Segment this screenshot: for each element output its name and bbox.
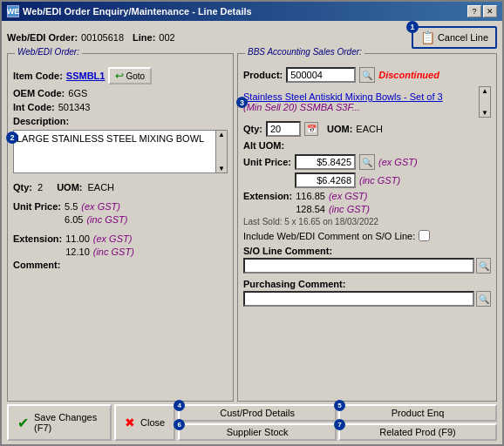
alt-uom-label: Alt UOM: [243,140,284,151]
extension-inc-row-l: Extension: 12.10 (inc GST) [13,247,228,257]
help-button[interactable]: ? [467,5,481,17]
ext-label-l: Extension: [13,233,62,244]
product-enq-button[interactable]: 5 Product Enq [338,404,497,422]
close-button[interactable]: ✕ [483,5,497,17]
badge-4: 4 [174,400,185,411]
order-field: Web/EDI Order: 00105618 [7,32,124,43]
goto-button[interactable]: ↩ Goto [108,67,152,84]
oem-value: 6GS [68,88,87,98]
ext-label-r: Extension: [243,191,292,201]
inc-gst-r: (inc GST) [359,175,400,186]
int-code-row: Int Code: 501343 [13,102,228,112]
purchasing-comment-row: 🔍 [243,291,491,307]
right-scrollbar[interactable]: ▲ ▼ [479,86,491,118]
unit-price-inc-row-l: Unit Price: 6.05 (inc GST) [13,214,228,225]
calc-button[interactable]: 📅 [304,122,318,136]
discontinued-badge: Discontinued [378,70,439,80]
last-sold-row: Last Sold: 5 x 16.65 on 18/03/2022 [243,217,491,226]
product-search-button[interactable]: 🔍 [359,67,375,83]
extension-inc-row-r: Extension: 128.54 (inc GST) [243,204,491,214]
ext-ex-gst-r: (ex GST) [329,191,368,201]
save-label: Save Changes [34,412,97,422]
extension-ex-val-l: 11.00 [65,233,90,244]
alt-uom-row: Alt UOM: [243,140,491,151]
comment-label-l: Comment: [13,260,60,270]
product-label: Product: [243,70,283,80]
desc-scrollbar[interactable]: ▲ ▼ [215,130,228,173]
content-area: Web/EDI Order: 00105618 Line: 002 1 📋 Ca… [2,21,502,444]
unit-price-inc-input[interactable] [295,172,356,188]
line-value: 002 [159,32,174,43]
left-panel: Web/EDI Order: Item Code: SSMBL1 ↩ Goto … [7,53,234,402]
desc-value: LARGE STAINLESS STEEL MIXING BOWL [17,133,204,144]
qty-input-r[interactable] [266,121,301,137]
save-icon: ✔ [17,415,29,431]
desc-label: Description: [13,116,69,126]
ext-inc-gst-l: (inc GST) [93,247,134,257]
item-code-value[interactable]: SSMBL1 [66,71,106,81]
scroll-down-icon[interactable]: ▼ [218,165,225,172]
uom-value-r: EACH [356,124,383,134]
badge-1: 1 [406,21,419,33]
qty-uom-row-r: Qty: 📅 UOM: EACH [243,121,491,137]
close-label: Close [140,417,165,428]
scroll-up-icon[interactable]: ▲ [218,131,225,139]
badge-5: 5 [334,400,345,411]
last-sold-text: Last Sold: 5 x 16.65 on 18/03/2022 [243,217,378,226]
description-box: LARGE STAINLESS STEEL MIXING BOWL [13,130,228,173]
action-row-2: 6 Supplier Stock 7 Related Prod (F9) [178,423,497,441]
so-comment-section: S/O Line Comment: 🔍 [243,246,491,274]
unit-price-label-r: Unit Price: [243,157,291,167]
right-scroll-up[interactable]: ▲ [481,87,488,95]
save-button[interactable]: ✔ Save Changes (F7) [7,404,112,441]
supplier-stock-button[interactable]: 6 Supplier Stock [178,423,337,441]
desc-label-row: Description: [13,116,228,126]
unit-price-ex-input[interactable] [295,154,356,170]
comment-row-l: Comment: [13,260,228,270]
desc-link-r[interactable]: Stainless Steel Antiskid Mixing Bowls - … [243,91,475,102]
unit-price-ex-val-l: 5.5 [65,201,78,212]
int-value: 501343 [58,102,91,112]
app-icon: WE [7,5,19,17]
ext-ex-gst-l: (ex GST) [93,233,133,244]
title-bar: WE Web/EDI Order Enquiry/Maintenance - L… [2,2,502,21]
include-row: Include Web/EDI Comment on S/O Line: [243,230,491,241]
qty-label-r: Qty: [243,124,262,134]
extension-ex-row-r: Extension: 116.85 (ex GST) [243,191,491,201]
ext-inc-val-r: 128.54 [296,204,325,214]
so-comment-label: S/O Line Comment: [243,246,491,256]
related-prod-button[interactable]: 7 Related Prod (F9) [338,423,497,441]
action-buttons: 4 Cust/Prod Details 5 Product Enq 6 Supp… [178,404,497,441]
close-button-bottom[interactable]: ✖ Close [114,404,175,441]
right-scroll-down[interactable]: ▼ [481,109,488,117]
product-input[interactable] [286,67,356,83]
unit-price-search[interactable]: 🔍 [359,154,375,170]
top-bar-right: 1 📋 Cancel Line [412,26,497,49]
purchasing-comment-input[interactable] [243,291,474,307]
title-bar-controls: ? ✕ [467,5,497,17]
save-shortcut: (F7) [34,422,51,433]
uom-label-r: UOM: [327,124,352,134]
uom-label-l: UOM: [57,182,82,193]
so-comment-row: 🔍 [243,258,491,274]
line-label: Line: [133,32,155,43]
include-checkbox[interactable] [419,230,430,241]
left-panel-title: Web/EDI Order: [15,47,82,57]
oem-label: OEM Code: [13,88,65,98]
unit-price-inc-row-r: Unit Price: (inc GST) [243,172,491,188]
line-field: Line: 002 [133,32,175,43]
product-row: Product: 🔍 Discontinued [243,67,491,83]
unit-price-ex-row-r: Unit Price: 🔍 (ex GST) [243,154,491,170]
so-comment-search[interactable]: 🔍 [476,258,491,274]
badge-3: 3 [236,97,248,108]
cust-prod-details-button[interactable]: 4 Cust/Prod Details [178,404,337,422]
close-icon-bottom: ✖ [125,416,135,429]
order-value: 00105618 [81,32,124,43]
cancel-line-button[interactable]: 1 📋 Cancel Line [412,26,497,49]
purchasing-comment-search[interactable]: 🔍 [476,291,491,307]
ex-gst-r: (ex GST) [378,157,418,167]
unit-price-inc-val-l: 6.05 [65,214,83,225]
so-comment-input[interactable] [243,258,474,274]
cancel-line-label: Cancel Line [438,32,488,43]
qty-label-l: Qty: [13,182,32,193]
